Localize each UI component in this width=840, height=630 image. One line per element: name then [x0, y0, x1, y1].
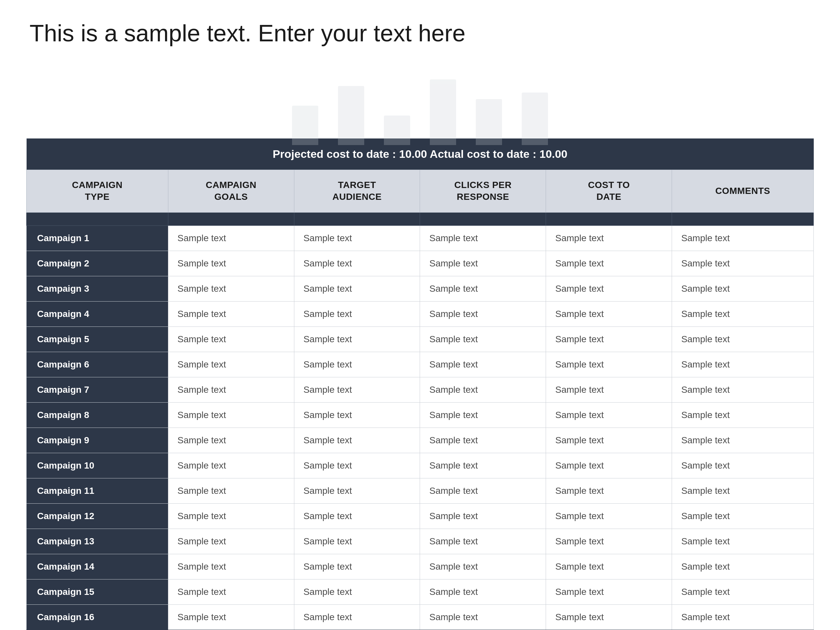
clicks-per-response-cell: Sample text	[420, 402, 546, 428]
bar-decoration-1	[292, 106, 318, 145]
target-audience-cell: Sample text	[294, 327, 420, 352]
cost-to-date-cell: Sample text	[546, 402, 672, 428]
table-row: Campaign 1Sample textSample textSample t…	[27, 226, 814, 251]
comments-cell: Sample text	[672, 503, 814, 529]
target-audience-cell: Sample text	[294, 503, 420, 529]
table-row: Campaign 15Sample textSample textSample …	[27, 579, 814, 605]
campaign-goals-cell: Sample text	[168, 453, 294, 478]
campaign-name-cell: Campaign 4	[27, 301, 168, 327]
comments-cell: Sample text	[672, 301, 814, 327]
target-audience-cell: Sample text	[294, 226, 420, 251]
campaign-name-cell: Campaign 3	[27, 276, 168, 301]
clicks-per-response-cell: Sample text	[420, 503, 546, 529]
bar-decoration-6	[522, 93, 548, 145]
clicks-per-response-cell: Sample text	[420, 377, 546, 402]
comments-cell: Sample text	[672, 453, 814, 478]
target-audience-cell: Sample text	[294, 605, 420, 630]
campaign-goals-cell: Sample text	[168, 478, 294, 503]
campaign-name-cell: Campaign 9	[27, 428, 168, 453]
campaign-name-cell: Campaign 8	[27, 402, 168, 428]
empty-cell-1	[27, 212, 168, 226]
table-row: Campaign 7Sample textSample textSample t…	[27, 377, 814, 402]
comments-cell: Sample text	[672, 276, 814, 301]
target-audience-cell: Sample text	[294, 529, 420, 554]
table-row: Campaign 8Sample textSample textSample t…	[27, 402, 814, 428]
target-audience-cell: Sample text	[294, 402, 420, 428]
clicks-per-response-cell: Sample text	[420, 529, 546, 554]
comments-cell: Sample text	[672, 554, 814, 579]
target-audience-cell: Sample text	[294, 579, 420, 605]
bar-decoration-2	[338, 86, 364, 145]
cost-to-date-cell: Sample text	[546, 352, 672, 377]
campaign-name-cell: Campaign 10	[27, 453, 168, 478]
campaign-goals-cell: Sample text	[168, 251, 294, 276]
cost-to-date-cell: Sample text	[546, 503, 672, 529]
cost-to-date-cell: Sample text	[546, 478, 672, 503]
empty-header-row	[27, 212, 814, 226]
campaign-goals-cell: Sample text	[168, 301, 294, 327]
comments-cell: Sample text	[672, 327, 814, 352]
bar-decoration-5	[476, 99, 502, 145]
table-row: Campaign 3Sample textSample textSample t…	[27, 276, 814, 301]
campaign-name-cell: Campaign 2	[27, 251, 168, 276]
target-audience-cell: Sample text	[294, 478, 420, 503]
campaign-goals-cell: Sample text	[168, 377, 294, 402]
campaign-name-cell: Campaign 5	[27, 327, 168, 352]
empty-cell-5	[546, 212, 672, 226]
chart-decoration	[26, 73, 814, 145]
clicks-per-response-cell: Sample text	[420, 428, 546, 453]
cost-to-date-cell: Sample text	[546, 226, 672, 251]
campaign-goals-cell: Sample text	[168, 529, 294, 554]
empty-cell-4	[420, 212, 546, 226]
target-audience-cell: Sample text	[294, 453, 420, 478]
campaign-name-cell: Campaign 11	[27, 478, 168, 503]
clicks-per-response-cell: Sample text	[420, 301, 546, 327]
target-audience-cell: Sample text	[294, 352, 420, 377]
comments-cell: Sample text	[672, 579, 814, 605]
table-row: Campaign 12Sample textSample textSample …	[27, 503, 814, 529]
cost-to-date-cell: Sample text	[546, 327, 672, 352]
bar-decoration-3	[384, 115, 410, 145]
clicks-per-response-cell: Sample text	[420, 554, 546, 579]
comments-cell: Sample text	[672, 226, 814, 251]
target-audience-cell: Sample text	[294, 428, 420, 453]
empty-cell-2	[168, 212, 294, 226]
comments-cell: Sample text	[672, 529, 814, 554]
campaign-name-cell: Campaign 1	[27, 226, 168, 251]
cost-to-date-cell: Sample text	[546, 377, 672, 402]
clicks-per-response-cell: Sample text	[420, 453, 546, 478]
header-cost-to-date: COST TODATE	[546, 170, 672, 213]
table-row: Campaign 5Sample textSample textSample t…	[27, 327, 814, 352]
clicks-per-response-cell: Sample text	[420, 226, 546, 251]
cost-to-date-cell: Sample text	[546, 276, 672, 301]
campaign-goals-cell: Sample text	[168, 327, 294, 352]
clicks-per-response-cell: Sample text	[420, 579, 546, 605]
campaign-name-cell: Campaign 15	[27, 579, 168, 605]
campaign-goals-cell: Sample text	[168, 226, 294, 251]
campaign-goals-cell: Sample text	[168, 276, 294, 301]
header-campaign-goals: CAMPAIGNGOALS	[168, 170, 294, 213]
target-audience-cell: Sample text	[294, 554, 420, 579]
campaign-goals-cell: Sample text	[168, 402, 294, 428]
clicks-per-response-cell: Sample text	[420, 352, 546, 377]
table-row: Campaign 10Sample textSample textSample …	[27, 453, 814, 478]
table-body: Campaign 1Sample textSample textSample t…	[27, 226, 814, 630]
campaign-name-cell: Campaign 7	[27, 377, 168, 402]
table-row: Campaign 14Sample textSample textSample …	[27, 554, 814, 579]
comments-cell: Sample text	[672, 377, 814, 402]
empty-cell-3	[294, 212, 420, 226]
cost-to-date-cell: Sample text	[546, 605, 672, 630]
table-row: Campaign 4Sample textSample textSample t…	[27, 301, 814, 327]
cost-to-date-cell: Sample text	[546, 251, 672, 276]
clicks-per-response-cell: Sample text	[420, 327, 546, 352]
clicks-per-response-cell: Sample text	[420, 276, 546, 301]
clicks-per-response-cell: Sample text	[420, 478, 546, 503]
header-campaign-type: CAMPAIGNTYPE	[27, 170, 168, 213]
header-comments: COMMENTS	[672, 170, 814, 213]
campaign-name-cell: Campaign 13	[27, 529, 168, 554]
cost-to-date-cell: Sample text	[546, 428, 672, 453]
empty-cell-6	[672, 212, 814, 226]
campaign-goals-cell: Sample text	[168, 605, 294, 630]
cost-to-date-cell: Sample text	[546, 554, 672, 579]
cost-to-date-cell: Sample text	[546, 579, 672, 605]
